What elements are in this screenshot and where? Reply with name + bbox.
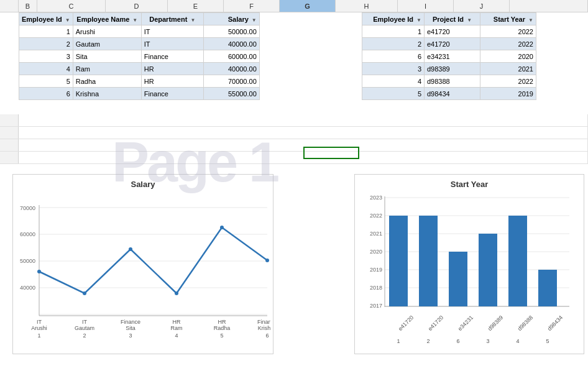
svg-text:Sita: Sita xyxy=(126,325,136,331)
left-cell-id: 2 xyxy=(19,38,73,50)
svg-text:e41720: e41720 xyxy=(397,314,415,332)
svg-text:2023: 2023 xyxy=(370,195,382,201)
left-table-row: 2 Gautam IT 40000.00 xyxy=(19,38,260,50)
left-table-row: 4 Ram HR 40000.00 xyxy=(19,63,260,75)
left-cell-id: 3 xyxy=(19,50,73,63)
svg-text:5: 5 xyxy=(546,338,549,344)
right-table-row: 6 e34231 2020 xyxy=(362,50,536,63)
left-cell-name: Sita xyxy=(73,50,141,63)
right-table-header-projid: Project Id ▼ xyxy=(425,13,480,25)
svg-text:2017: 2017 xyxy=(370,303,382,309)
col-header-c: C xyxy=(37,0,106,12)
left-cell-salary: 60000.00 xyxy=(203,50,259,63)
left-cell-dept: IT xyxy=(141,25,203,38)
col-header-e: E xyxy=(168,0,224,12)
right-cell-projid: e41720 xyxy=(425,25,480,38)
left-cell-name: Krishna xyxy=(73,88,141,100)
bar-4 xyxy=(508,216,527,306)
left-table-header-name: Employee Name ▼ xyxy=(73,13,141,25)
left-cell-salary: 50000.00 xyxy=(203,25,259,38)
svg-text:HR: HR xyxy=(173,319,181,325)
svg-text:2021: 2021 xyxy=(370,231,382,237)
salary-chart-title: Salary xyxy=(13,175,273,191)
left-cell-id: 6 xyxy=(19,88,73,100)
svg-text:2019: 2019 xyxy=(370,267,382,273)
right-cell-year: 2019 xyxy=(480,88,536,100)
col-header-b: B xyxy=(19,0,37,12)
svg-text:6: 6 xyxy=(265,332,269,339)
left-table: Employee Id ▼ Employee Name ▼ Department… xyxy=(19,12,260,100)
right-cell-year: 2020 xyxy=(480,50,536,63)
svg-text:1: 1 xyxy=(37,332,40,339)
bar-6 xyxy=(449,252,467,306)
spreadsheet: B C D E F G H I J Employee Id ▼ Employee… xyxy=(0,0,588,371)
right-cell-projid: d98389 xyxy=(425,63,480,75)
year-chart: Start Year 2023 2022 2021 2020 2019 2018… xyxy=(354,174,584,354)
left-cell-dept: Finance xyxy=(141,88,203,100)
left-cell-dept: HR xyxy=(141,75,203,88)
selected-cell[interactable] xyxy=(303,147,359,159)
right-table-header-year: Start Year ▼ xyxy=(480,13,536,25)
left-table-row: 3 Sita Finance 60000.00 xyxy=(19,50,260,63)
svg-text:Arushi: Arushi xyxy=(31,325,47,331)
left-table-row: 5 Radha HR 70000.00 xyxy=(19,75,260,88)
left-cell-name: Radha xyxy=(73,75,141,88)
dropdown-icon-projid[interactable]: ▼ xyxy=(467,17,472,23)
right-cell-empid: 1 xyxy=(362,25,425,38)
right-cell-projid: e34231 xyxy=(425,50,480,63)
left-table-header-id: Employee Id ▼ xyxy=(19,13,73,25)
svg-text:1: 1 xyxy=(397,338,400,344)
left-cell-dept: HR xyxy=(141,63,203,75)
empty-grid xyxy=(0,114,588,164)
right-table-row: 3 d98389 2021 xyxy=(362,63,536,75)
col-header-d: D xyxy=(106,0,168,12)
left-cell-salary: 55000.00 xyxy=(203,88,259,100)
column-headers: B C D E F G H I J xyxy=(0,0,588,12)
svg-text:Ram: Ram xyxy=(170,325,182,331)
svg-point-16 xyxy=(265,259,269,262)
svg-point-13 xyxy=(129,247,132,251)
left-cell-dept: IT xyxy=(141,38,203,50)
left-cell-name: Ram xyxy=(73,63,141,75)
right-cell-empid: 6 xyxy=(362,50,425,63)
svg-text:IT: IT xyxy=(82,319,88,325)
svg-text:40000: 40000 xyxy=(20,285,35,291)
col-header-f: F xyxy=(224,0,280,12)
svg-text:2: 2 xyxy=(426,338,430,344)
right-cell-empid: 4 xyxy=(362,75,425,88)
svg-text:5: 5 xyxy=(220,332,223,339)
right-cell-year: 2022 xyxy=(480,38,536,50)
right-table: Employee Id ▼ Project Id ▼ Start Year ▼ … xyxy=(362,12,536,100)
year-chart-title: Start Year xyxy=(355,175,584,191)
year-chart-svg: 2023 2022 2021 2020 2019 2018 2017 xyxy=(355,191,579,347)
left-table-row: 6 Krishna Finance 55000.00 xyxy=(19,88,260,100)
left-cell-salary: 40000.00 xyxy=(203,63,259,75)
svg-text:2020: 2020 xyxy=(370,249,382,255)
salary-line xyxy=(39,227,267,293)
svg-text:Radha: Radha xyxy=(214,325,231,331)
dropdown-icon-dept[interactable]: ▼ xyxy=(190,17,195,23)
svg-text:Finance: Finance xyxy=(121,319,140,325)
dropdown-icon-name[interactable]: ▼ xyxy=(132,17,137,23)
svg-text:3: 3 xyxy=(486,338,489,344)
col-header-i: I xyxy=(398,0,454,12)
svg-text:Gautam: Gautam xyxy=(75,325,94,331)
right-table-row: 1 e41720 2022 xyxy=(362,25,536,38)
left-cell-salary: 70000.00 xyxy=(203,75,259,88)
charts-area: Salary 70000 60000 50000 40000 xyxy=(0,174,588,360)
right-cell-projid: e41720 xyxy=(425,38,480,50)
svg-point-12 xyxy=(83,291,86,295)
bar-2 xyxy=(419,216,438,306)
col-header-h: H xyxy=(336,0,398,12)
left-cell-name: Arushi xyxy=(73,25,141,38)
svg-text:Finance: Finance xyxy=(257,319,270,325)
dropdown-icon-salary[interactable]: ▼ xyxy=(252,17,257,23)
left-cell-id: 1 xyxy=(19,25,73,38)
dropdown-icon-empid[interactable]: ▼ xyxy=(416,17,421,23)
dropdown-icon-id[interactable]: ▼ xyxy=(65,17,70,23)
svg-point-11 xyxy=(37,270,41,273)
svg-text:d98388: d98388 xyxy=(517,314,534,332)
dropdown-icon-year[interactable]: ▼ xyxy=(528,17,533,23)
svg-text:70000: 70000 xyxy=(20,205,35,211)
svg-text:4: 4 xyxy=(175,332,178,339)
